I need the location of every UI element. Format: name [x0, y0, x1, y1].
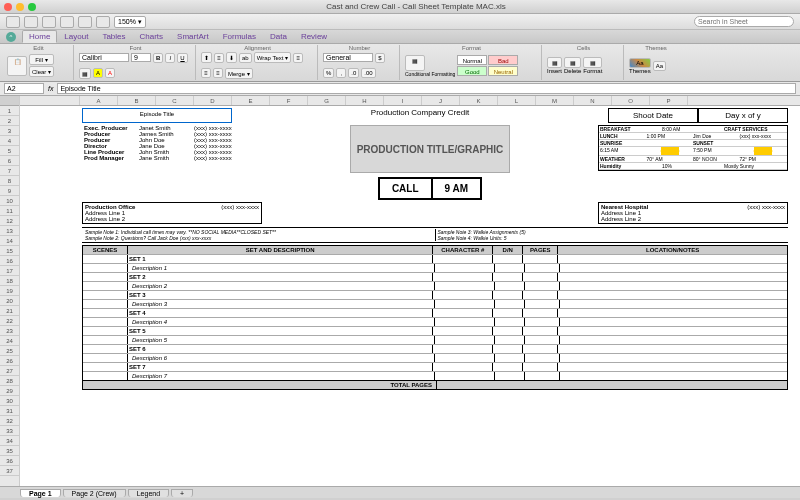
underline-button[interactable]: U	[177, 53, 187, 63]
font-select[interactable]: Calibri	[79, 53, 129, 62]
col-header[interactable]: D	[194, 96, 232, 105]
ribbon-tab-charts[interactable]: Charts	[133, 30, 171, 43]
align-right-button[interactable]: ≡	[213, 68, 223, 78]
sheet-tab[interactable]: Page 2 (Crew)	[63, 489, 126, 497]
col-header[interactable]: J	[422, 96, 460, 105]
table-row[interactable]: Description 3	[83, 299, 787, 308]
episode-title-cell[interactable]: Episode Title	[82, 108, 232, 123]
row-header[interactable]: 32	[0, 416, 19, 426]
insert-button[interactable]: ▦	[547, 57, 562, 68]
row-header[interactable]: 20	[0, 296, 19, 306]
table-row[interactable]: SET 3	[83, 290, 787, 299]
fill-button[interactable]: Fill ▾	[29, 54, 54, 65]
table-row[interactable]: SET 6	[83, 344, 787, 353]
table-row[interactable]: Description 5	[83, 335, 787, 344]
table-row[interactable]: SET 5	[83, 326, 787, 335]
table-row[interactable]: SET 4	[83, 308, 787, 317]
comma-button[interactable]: ,	[336, 68, 346, 78]
table-row[interactable]: SET 2	[83, 272, 787, 281]
theme-aa-button[interactable]: Aa	[653, 61, 666, 71]
save-icon[interactable]	[6, 16, 20, 28]
style-bad[interactable]: Bad	[488, 55, 518, 65]
row-header[interactable]: 26	[0, 356, 19, 366]
currency-button[interactable]: $	[375, 53, 385, 63]
collapse-ribbon-icon[interactable]: ^	[6, 32, 16, 42]
sheet-tab[interactable]: Legend	[128, 489, 169, 497]
search-input[interactable]	[694, 16, 794, 27]
merge-button[interactable]: Merge ▾	[225, 68, 253, 79]
row-header[interactable]: 29	[0, 386, 19, 396]
col-header[interactable]: M	[536, 96, 574, 105]
col-header[interactable]: E	[232, 96, 270, 105]
row-header[interactable]: 8	[0, 176, 19, 186]
redo-icon[interactable]	[42, 16, 56, 28]
select-all-corner[interactable]	[0, 96, 19, 106]
cond-format-button[interactable]: ▦	[405, 55, 425, 71]
table-row[interactable]: Description 6	[83, 353, 787, 362]
print-icon[interactable]	[60, 16, 74, 28]
format-button[interactable]: ▦	[583, 57, 602, 68]
ribbon-tab-review[interactable]: Review	[294, 30, 334, 43]
orient-button[interactable]: ab	[239, 53, 252, 63]
row-header[interactable]: 23	[0, 326, 19, 336]
row-header[interactable]: 33	[0, 426, 19, 436]
col-header[interactable]: N	[574, 96, 612, 105]
row-header[interactable]: 21	[0, 306, 19, 316]
row-header[interactable]: 14	[0, 236, 19, 246]
row-header[interactable]: 6	[0, 156, 19, 166]
grid[interactable]: ABCDEFGHIJKLMNOP Episode Title Productio…	[20, 96, 800, 486]
ribbon-tab-home[interactable]: Home	[22, 30, 57, 43]
ribbon-tab-formulas[interactable]: Formulas	[216, 30, 263, 43]
row-header[interactable]: 25	[0, 346, 19, 356]
style-neutral[interactable]: Neutral	[488, 66, 518, 76]
italic-button[interactable]: I	[165, 53, 175, 63]
row-header[interactable]: 11	[0, 206, 19, 216]
row-header[interactable]: 24	[0, 336, 19, 346]
table-row[interactable]: SET 7	[83, 362, 787, 371]
table-row[interactable]: Description 4	[83, 317, 787, 326]
row-header[interactable]: 3	[0, 126, 19, 136]
row-header[interactable]: 10	[0, 196, 19, 206]
row-header[interactable]: 34	[0, 436, 19, 446]
minimize-icon[interactable]	[16, 3, 24, 11]
row-header[interactable]: 37	[0, 466, 19, 476]
col-header[interactable]: B	[118, 96, 156, 105]
formula-input[interactable]: Episode Title	[57, 83, 796, 94]
name-box[interactable]: A2	[4, 83, 44, 94]
ribbon-tab-data[interactable]: Data	[263, 30, 294, 43]
table-row[interactable]: Description 1	[83, 263, 787, 272]
row-header[interactable]: 17	[0, 266, 19, 276]
row-header[interactable]: 30	[0, 396, 19, 406]
row-header[interactable]: 7	[0, 166, 19, 176]
col-header[interactable]: C	[156, 96, 194, 105]
table-row[interactable]: Description 7	[83, 371, 787, 380]
row-header[interactable]: 15	[0, 246, 19, 256]
style-normal[interactable]: Normal	[457, 55, 487, 65]
col-header[interactable]: H	[346, 96, 384, 105]
sheet-tab[interactable]: Page 1	[20, 489, 61, 497]
row-header[interactable]: 9	[0, 186, 19, 196]
row-header[interactable]: 22	[0, 316, 19, 326]
row-header[interactable]: 35	[0, 446, 19, 456]
align-mid-button[interactable]: ≡	[214, 53, 224, 63]
undo-icon[interactable]	[24, 16, 38, 28]
row-header[interactable]: 1	[0, 106, 19, 116]
table-row[interactable]: Description 2	[83, 281, 787, 290]
row-header[interactable]: 36	[0, 456, 19, 466]
percent-button[interactable]: %	[323, 68, 334, 78]
table-row[interactable]: SET 1	[83, 254, 787, 263]
row-header[interactable]: 5	[0, 146, 19, 156]
col-header[interactable]: F	[270, 96, 308, 105]
clear-button[interactable]: Clear ▾	[29, 66, 54, 77]
row-header[interactable]: 18	[0, 276, 19, 286]
col-header[interactable]: O	[612, 96, 650, 105]
row-header[interactable]: 31	[0, 406, 19, 416]
zoom-select[interactable]: 150% ▾	[114, 16, 146, 28]
row-header[interactable]: 12	[0, 216, 19, 226]
fill-color-button[interactable]: A	[93, 68, 103, 78]
number-format-select[interactable]: General	[323, 53, 373, 62]
wrap-button[interactable]: Wrap Text ▾	[254, 52, 291, 63]
align-top-button[interactable]: ⬆	[201, 52, 212, 63]
themes-button[interactable]: Aa	[629, 58, 651, 68]
help-icon[interactable]	[96, 16, 110, 28]
